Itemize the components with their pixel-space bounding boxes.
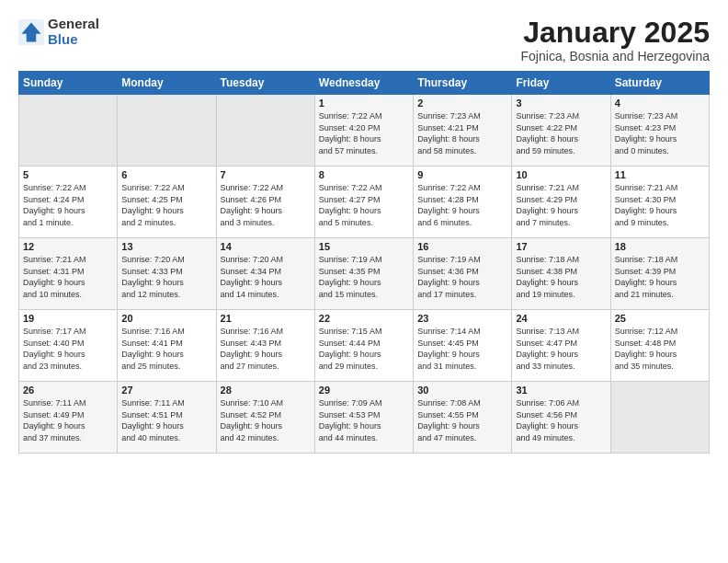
header-day-friday: Friday [512, 72, 610, 95]
day-number: 3 [516, 98, 606, 109]
cell-info: Sunrise: 7:21 AMSunset: 4:31 PMDaylight:… [23, 254, 113, 300]
cell-info: Sunrise: 7:23 AMSunset: 4:21 PMDaylight:… [417, 110, 507, 156]
cell-info: Sunrise: 7:12 AMSunset: 4:48 PMDaylight:… [615, 326, 705, 372]
calendar-cell: 11Sunrise: 7:21 AMSunset: 4:30 PMDayligh… [610, 167, 709, 238]
cell-info: Sunrise: 7:10 AMSunset: 4:52 PMDaylight:… [221, 397, 311, 443]
calendar-cell: 9Sunrise: 7:22 AMSunset: 4:28 PMDaylight… [414, 167, 512, 238]
calendar-cell: 19Sunrise: 7:17 AMSunset: 4:40 PMDayligh… [19, 310, 118, 382]
cell-info: Sunrise: 7:22 AMSunset: 4:28 PMDaylight:… [417, 182, 507, 228]
day-number: 11 [615, 169, 705, 180]
cell-info: Sunrise: 7:11 AMSunset: 4:49 PMDaylight:… [23, 397, 113, 443]
week-row-4: 19Sunrise: 7:17 AMSunset: 4:40 PMDayligh… [19, 310, 710, 382]
header-day-wednesday: Wednesday [314, 72, 413, 95]
day-number: 8 [319, 169, 409, 180]
day-number: 24 [516, 313, 606, 324]
cell-info: Sunrise: 7:13 AMSunset: 4:47 PMDaylight:… [516, 326, 606, 372]
cell-info: Sunrise: 7:22 AMSunset: 4:24 PMDaylight:… [23, 182, 113, 228]
day-number: 19 [23, 313, 113, 324]
cell-info: Sunrise: 7:21 AMSunset: 4:30 PMDaylight:… [615, 182, 705, 228]
day-number: 1 [319, 98, 409, 109]
header-day-sunday: Sunday [19, 72, 118, 95]
calendar-cell: 7Sunrise: 7:22 AMSunset: 4:26 PMDaylight… [216, 167, 314, 238]
cell-info: Sunrise: 7:15 AMSunset: 4:44 PMDaylight:… [319, 326, 409, 372]
calendar-cell: 1Sunrise: 7:22 AMSunset: 4:20 PMDaylight… [314, 95, 413, 167]
calendar-cell: 12Sunrise: 7:21 AMSunset: 4:31 PMDayligh… [19, 238, 118, 310]
day-number: 20 [121, 313, 211, 324]
calendar-cell [19, 95, 118, 167]
calendar-cell: 22Sunrise: 7:15 AMSunset: 4:44 PMDayligh… [314, 310, 413, 382]
cell-info: Sunrise: 7:14 AMSunset: 4:45 PMDaylight:… [417, 326, 507, 372]
day-number: 17 [516, 241, 606, 252]
cell-info: Sunrise: 7:19 AMSunset: 4:36 PMDaylight:… [417, 254, 507, 300]
day-number: 26 [23, 385, 113, 396]
location: Fojnica, Bosnia and Herzegovina [521, 49, 710, 63]
calendar-header: SundayMondayTuesdayWednesdayThursdayFrid… [19, 72, 710, 95]
day-number: 4 [615, 98, 705, 109]
day-number: 27 [121, 385, 211, 396]
calendar-cell: 15Sunrise: 7:19 AMSunset: 4:35 PMDayligh… [314, 238, 413, 310]
day-number: 2 [417, 98, 507, 109]
calendar-cell: 24Sunrise: 7:13 AMSunset: 4:47 PMDayligh… [512, 310, 610, 382]
cell-info: Sunrise: 7:09 AMSunset: 4:53 PMDaylight:… [319, 397, 409, 443]
calendar-cell: 5Sunrise: 7:22 AMSunset: 4:24 PMDaylight… [19, 167, 118, 238]
day-number: 23 [417, 313, 507, 324]
day-number: 13 [121, 241, 211, 252]
calendar-cell: 29Sunrise: 7:09 AMSunset: 4:53 PMDayligh… [314, 382, 413, 454]
calendar-cell: 25Sunrise: 7:12 AMSunset: 4:48 PMDayligh… [610, 310, 709, 382]
calendar-cell: 6Sunrise: 7:22 AMSunset: 4:25 PMDaylight… [118, 167, 216, 238]
cell-info: Sunrise: 7:21 AMSunset: 4:29 PMDaylight:… [516, 182, 606, 228]
day-number: 18 [615, 241, 705, 252]
cell-info: Sunrise: 7:22 AMSunset: 4:26 PMDaylight:… [221, 182, 311, 228]
day-number: 22 [319, 313, 409, 324]
calendar-cell: 2Sunrise: 7:23 AMSunset: 4:21 PMDaylight… [414, 95, 512, 167]
calendar-cell [118, 95, 216, 167]
day-number: 30 [417, 385, 507, 396]
cell-info: Sunrise: 7:20 AMSunset: 4:33 PMDaylight:… [121, 254, 211, 300]
calendar-cell: 14Sunrise: 7:20 AMSunset: 4:34 PMDayligh… [216, 238, 314, 310]
calendar-cell: 26Sunrise: 7:11 AMSunset: 4:49 PMDayligh… [19, 382, 118, 454]
calendar-cell: 31Sunrise: 7:06 AMSunset: 4:56 PMDayligh… [512, 382, 610, 454]
day-number: 31 [516, 385, 606, 396]
cell-info: Sunrise: 7:19 AMSunset: 4:35 PMDaylight:… [319, 254, 409, 300]
cell-info: Sunrise: 7:08 AMSunset: 4:55 PMDaylight:… [417, 397, 507, 443]
day-number: 29 [319, 385, 409, 396]
calendar-cell [216, 95, 314, 167]
logo-icon [18, 19, 44, 45]
cell-info: Sunrise: 7:18 AMSunset: 4:39 PMDaylight:… [615, 254, 705, 300]
calendar-cell: 20Sunrise: 7:16 AMSunset: 4:41 PMDayligh… [118, 310, 216, 382]
logo-general-text: General [48, 17, 99, 32]
day-number: 15 [319, 241, 409, 252]
cell-info: Sunrise: 7:23 AMSunset: 4:22 PMDaylight:… [516, 110, 606, 156]
calendar-cell: 4Sunrise: 7:23 AMSunset: 4:23 PMDaylight… [610, 95, 709, 167]
calendar-cell: 23Sunrise: 7:14 AMSunset: 4:45 PMDayligh… [414, 310, 512, 382]
day-number: 9 [417, 169, 507, 180]
cell-info: Sunrise: 7:18 AMSunset: 4:38 PMDaylight:… [516, 254, 606, 300]
week-row-5: 26Sunrise: 7:11 AMSunset: 4:49 PMDayligh… [19, 382, 710, 454]
header-day-monday: Monday [118, 72, 216, 95]
month-year: January 2025 [521, 17, 710, 49]
calendar-table: SundayMondayTuesdayWednesdayThursdayFrid… [18, 71, 710, 454]
header: General Blue January 2025 Fojnica, Bosni… [18, 17, 710, 63]
cell-info: Sunrise: 7:17 AMSunset: 4:40 PMDaylight:… [23, 326, 113, 372]
day-number: 28 [221, 385, 311, 396]
calendar-cell: 27Sunrise: 7:11 AMSunset: 4:51 PMDayligh… [118, 382, 216, 454]
calendar-cell: 21Sunrise: 7:16 AMSunset: 4:43 PMDayligh… [216, 310, 314, 382]
calendar-cell: 30Sunrise: 7:08 AMSunset: 4:55 PMDayligh… [414, 382, 512, 454]
calendar-cell: 8Sunrise: 7:22 AMSunset: 4:27 PMDaylight… [314, 167, 413, 238]
day-number: 16 [417, 241, 507, 252]
day-number: 12 [23, 241, 113, 252]
header-row: SundayMondayTuesdayWednesdayThursdayFrid… [19, 72, 710, 95]
header-day-tuesday: Tuesday [216, 72, 314, 95]
logo: General Blue [18, 17, 99, 47]
week-row-3: 12Sunrise: 7:21 AMSunset: 4:31 PMDayligh… [19, 238, 710, 310]
calendar-cell: 13Sunrise: 7:20 AMSunset: 4:33 PMDayligh… [118, 238, 216, 310]
cell-info: Sunrise: 7:20 AMSunset: 4:34 PMDaylight:… [221, 254, 311, 300]
day-number: 6 [121, 169, 211, 180]
calendar-cell: 3Sunrise: 7:23 AMSunset: 4:22 PMDaylight… [512, 95, 610, 167]
cell-info: Sunrise: 7:22 AMSunset: 4:27 PMDaylight:… [319, 182, 409, 228]
week-row-2: 5Sunrise: 7:22 AMSunset: 4:24 PMDaylight… [19, 167, 710, 238]
day-number: 7 [221, 169, 311, 180]
cell-info: Sunrise: 7:22 AMSunset: 4:25 PMDaylight:… [121, 182, 211, 228]
day-number: 21 [221, 313, 311, 324]
page: General Blue January 2025 Fojnica, Bosni… [0, 0, 728, 463]
